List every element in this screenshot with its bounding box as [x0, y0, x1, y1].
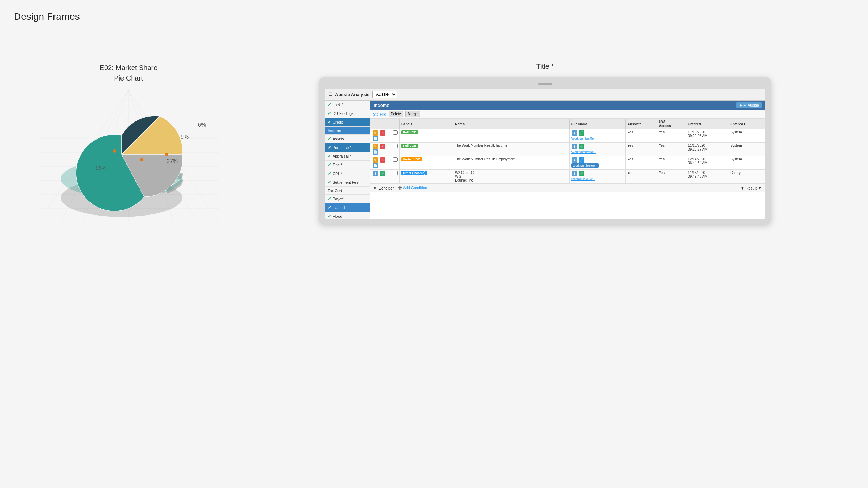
info-icon[interactable]: ℹ	[572, 130, 577, 136]
sidebar-item-lock[interactable]: ✓ Lock *	[325, 101, 370, 109]
row-label: Full VOE	[400, 129, 453, 143]
sidebar-item-settlement-label: Settlement Fee	[333, 180, 359, 184]
check-icon-du: ✓	[328, 111, 331, 116]
check-icon-cpl: ✓	[328, 171, 331, 176]
aussie-button[interactable]: ►► Aussie	[736, 102, 762, 108]
row-checkbox-4	[391, 170, 400, 184]
col-actions	[370, 119, 391, 129]
col-notes: Notes	[453, 119, 569, 129]
row-entered-by-3: System	[728, 156, 765, 170]
content-header: Income ►► Aussie	[370, 101, 765, 110]
check-icon-appraisal: ✓	[328, 154, 331, 159]
sidebar-item-credit[interactable]: ✓ Credit	[325, 118, 370, 127]
row-check-1[interactable]	[393, 130, 398, 135]
sidebar-item-cpl[interactable]: ✓ CPL *	[325, 169, 370, 178]
link-icon-3[interactable]: 🔗	[579, 157, 584, 163]
sidebar: ✓ Lock * ✓ DU Findings ✓ Credit Income	[325, 101, 370, 219]
result-dropdown-icon[interactable]: ▼	[758, 186, 762, 190]
sidebar-item-appraisal[interactable]: ✓ Appraisal *	[325, 152, 370, 161]
delete-icon-2[interactable]: ✕	[380, 144, 385, 149]
add-condition-button[interactable]: ➕ Add Condition	[398, 186, 427, 190]
sidebar-item-title-label: Title *	[333, 163, 342, 167]
table-row: ℹ 🔗 Other (Income) W2 Calc - CW-2Equifax…	[370, 170, 765, 184]
row-checkbox-2	[391, 143, 400, 156]
sidebar-item-purchase[interactable]: ✓ Purchase *	[325, 143, 370, 152]
info-icon-4[interactable]: ℹ	[373, 171, 378, 176]
row-check-2[interactable]	[393, 144, 398, 148]
row-entered-by-4: Camryn	[728, 170, 765, 184]
file-link-4[interactable]: IncomeCalc_W...	[571, 177, 595, 181]
info-icon-2[interactable]: ℹ	[572, 144, 577, 149]
edit-icon-2[interactable]: ✎	[373, 144, 378, 149]
row-check-3[interactable]	[393, 157, 398, 162]
check-icon-payoff: ✓	[328, 196, 331, 201]
col-aussie: Aussie?	[626, 119, 657, 129]
page-title: Design Frames	[14, 11, 80, 22]
link-icon[interactable]: 🔗	[579, 130, 584, 136]
link-icon-4[interactable]: 🔗	[380, 171, 385, 176]
scrolling-label: Title *	[250, 62, 840, 70]
file-link-2[interactable]: WorkNumberRe...	[571, 150, 596, 154]
table-row: ✎ ✕ 📄 Verbal VOE The Work Number Result:…	[370, 156, 765, 170]
info-icon-5[interactable]: ℹ	[572, 171, 577, 176]
check-icon-hazard: ✓	[328, 205, 331, 210]
merge-button[interactable]: Merge	[405, 111, 420, 117]
row-entered-2: 11/18/202009:20:27 AM	[686, 143, 728, 156]
scrolling-section: Title * ☰ Aussie Analysis Aussie ✓ Lock …	[250, 62, 840, 224]
row-notes-2: The Work Number Result: Income	[453, 143, 569, 156]
sidebar-item-title[interactable]: ✓ Title *	[325, 161, 370, 169]
sidebar-item-taxcert[interactable]: Tax Cert	[325, 187, 370, 195]
app-header: ☰ Aussie Analysis Aussie	[325, 89, 765, 101]
app-title: Aussie Analysis	[335, 92, 369, 97]
sidebar-item-assets[interactable]: ✓ Assets	[325, 135, 370, 143]
doc-icon-3[interactable]: 📄	[373, 163, 378, 168]
std-pkg-link[interactable]: Std Pkg	[373, 112, 386, 116]
delete-icon[interactable]: ✕	[380, 130, 385, 136]
sidebar-item-settlement[interactable]: ✓ Settlement Fee	[325, 178, 370, 187]
link-icon-5[interactable]: 🔗	[579, 171, 584, 176]
check-icon: ✓	[328, 102, 331, 107]
other-badge: Other (Income)	[401, 171, 427, 175]
col-uw-access: UWAccess	[657, 119, 686, 129]
result-label: Result	[746, 186, 757, 190]
doc-icon[interactable]: 📄	[373, 136, 378, 141]
sidebar-item-flood[interactable]: ✓ Flood	[325, 212, 370, 219]
info-icon-3[interactable]: ℹ	[572, 157, 577, 163]
svg-point-19	[165, 153, 168, 156]
table-row: ✎ ✕ 📄 Full VOE	[370, 129, 765, 143]
sidebar-item-lock-label: Lock *	[333, 103, 343, 107]
sidebar-item-du[interactable]: ✓ DU Findings	[325, 109, 370, 118]
voe-badge: Full VOE	[401, 130, 418, 134]
sidebar-item-cpl-label: CPL *	[333, 171, 342, 176]
row-filename-3: ℹ 🔗 WorkNumberRe...	[569, 156, 625, 170]
delete-icon-3[interactable]: ✕	[380, 157, 385, 163]
row-check-4[interactable]	[393, 171, 398, 175]
file-link[interactable]: WorkNumberRe...	[571, 137, 596, 140]
check-icon-credit: ✓	[328, 120, 331, 125]
check-icon-title: ✓	[328, 162, 331, 167]
row-uw-2: Yes	[657, 143, 686, 156]
link-icon-2[interactable]: 🔗	[579, 144, 584, 149]
check-icon-purchase: ✓	[328, 145, 331, 150]
row-notes-4: W2 Calc - CW-2Equifax, Inc	[453, 170, 569, 184]
edit-icon[interactable]: ✎	[373, 130, 378, 136]
sidebar-item-du-label: DU Findings	[333, 111, 354, 116]
row-uw-4: Yes	[657, 170, 686, 184]
col-filename: File Name	[569, 119, 625, 129]
col-entered: Entered	[686, 119, 728, 129]
sidebar-item-appraisal-label: Appraisal *	[333, 154, 351, 158]
edit-icon-3[interactable]: ✎	[373, 157, 378, 163]
delete-button[interactable]: Delete	[389, 111, 403, 117]
file-link-3[interactable]: WorkNumberRe...	[571, 163, 599, 168]
pie-chart-container: 58% 27% 9% 6%	[38, 90, 219, 222]
row-checkbox	[391, 129, 400, 143]
aussie-dropdown[interactable]: Aussie	[372, 91, 397, 98]
sidebar-item-payoff[interactable]: ✓ Payoff	[325, 195, 370, 203]
sidebar-item-hazard[interactable]: ✓ Hazard	[325, 203, 370, 212]
filter-icon: ▼	[741, 186, 744, 190]
sidebar-item-income[interactable]: Income	[325, 127, 370, 135]
row-label-3: Verbal VOE	[400, 156, 453, 170]
svg-text:6%: 6%	[198, 122, 206, 128]
col-checkbox	[391, 119, 400, 129]
doc-icon-2[interactable]: 📄	[373, 149, 378, 155]
